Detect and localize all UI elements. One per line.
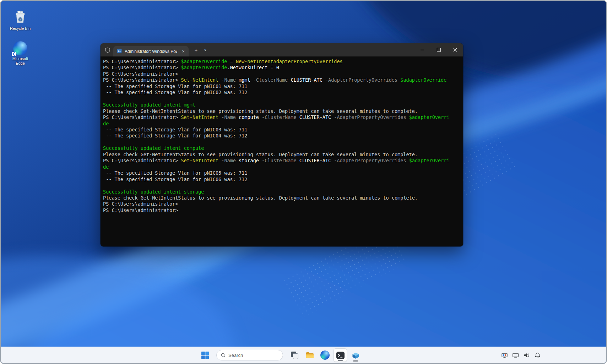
terminal-line: PS C:\Users\administrator> $adapterOverr… <box>103 59 463 65</box>
edge-icon <box>13 41 27 55</box>
terminal-output[interactable]: PS C:\Users\administrator> $adapterOverr… <box>101 56 463 246</box>
terminal-button[interactable] <box>334 348 347 362</box>
svg-text:♻: ♻ <box>18 16 23 22</box>
running-indicator <box>338 360 343 361</box>
notification-bell-icon[interactable] <box>534 352 541 359</box>
terminal-line: PS C:\Users\administrator> <box>103 71 463 77</box>
desktop-icon-label: Microsoft Edge <box>9 56 32 66</box>
terminal-line: -- The specified Storage Vlan for pNIC03… <box>103 127 463 133</box>
terminal-line: PS C:\Users\administrator> <box>103 201 463 207</box>
terminal-line: Please check Get-NetIntentStatus to see … <box>103 108 463 114</box>
terminal-line: PS C:\Users\administrator> <box>103 207 463 213</box>
maximize-icon <box>437 48 441 52</box>
terminal-line: -- The specified Storage Vlan for pNIC05… <box>103 170 463 176</box>
terminal-line: PS C:\Users\administrator> Set-NetIntent… <box>103 114 463 120</box>
system-tray <box>501 347 541 363</box>
terminal-line: Successfully updated intent storage <box>103 189 463 195</box>
server-manager-icon <box>351 351 360 360</box>
file-explorer-icon <box>305 351 314 360</box>
tab-title: Administrator: Windows Pow <box>125 49 177 54</box>
task-view-icon <box>291 351 299 359</box>
tray-status-icon[interactable] <box>501 352 508 359</box>
terminal-line: -- The specified Storage Vlan for pNIC02… <box>103 89 463 96</box>
taskbar-center <box>198 347 362 363</box>
volume-icon[interactable] <box>523 352 530 359</box>
terminal-line: Successfully updated intent compute <box>103 145 463 151</box>
terminal-icon <box>336 351 345 360</box>
close-button[interactable] <box>447 43 463 56</box>
windows-start-icon <box>201 352 209 359</box>
new-tab-button[interactable]: + <box>193 47 199 53</box>
maximize-button[interactable] <box>430 43 447 56</box>
minimize-button[interactable] <box>414 43 430 56</box>
desktop-icon-label: Recycle Bin <box>10 26 31 31</box>
task-view-button[interactable] <box>288 348 301 362</box>
terminal-line <box>103 183 463 189</box>
window-controls <box>414 43 463 56</box>
search-input[interactable] <box>228 353 278 358</box>
terminal-line: -- The specified Storage Vlan for pNIC04… <box>103 133 463 139</box>
taskbar-search[interactable] <box>216 350 283 360</box>
terminal-line <box>103 96 463 102</box>
desktop: ♻ Recycle Bin Microsoft Edge Administrat… <box>0 0 607 364</box>
desktop-icon-recycle-bin[interactable]: ♻ Recycle Bin <box>5 10 36 31</box>
terminal-line: Please check Get-NetIntentStatus to see … <box>103 195 463 201</box>
tab-close-icon[interactable]: × <box>180 48 186 55</box>
taskbar <box>1 347 606 363</box>
terminal-tab[interactable]: Administrator: Windows Pow × <box>113 46 189 56</box>
terminal-line <box>103 139 463 145</box>
edge-icon <box>320 351 330 360</box>
tab-dropdown-icon[interactable]: ∨ <box>202 47 208 53</box>
terminal-line: Successfully updated intent mgmt <box>103 102 463 108</box>
close-icon <box>453 48 457 52</box>
running-indicator <box>353 360 358 362</box>
server-manager-button[interactable] <box>349 348 362 362</box>
terminal-line: PS C:\Users\administrator> Set-NetIntent… <box>103 77 463 83</box>
powershell-icon <box>117 48 122 55</box>
minimize-icon <box>421 50 424 50</box>
search-icon <box>221 353 226 358</box>
terminal-titlebar[interactable]: Administrator: Windows Pow × + ∨ <box>101 43 463 56</box>
desktop-icon-microsoft-edge[interactable]: Microsoft Edge <box>5 41 36 66</box>
terminal-line: -- The specified Storage Vlan for pNIC06… <box>103 176 463 183</box>
start-button[interactable] <box>198 348 212 362</box>
recycle-bin-icon: ♻ <box>13 10 27 25</box>
terminal-line: Please check Get-NetIntentStatus to see … <box>103 152 463 158</box>
terminal-line: PS C:\Users\administrator> $adapterOverr… <box>103 65 463 71</box>
admin-shield-icon <box>105 47 110 53</box>
file-explorer-button[interactable] <box>303 348 316 362</box>
terminal-line: de <box>103 164 463 170</box>
terminal-window: Administrator: Windows Pow × + ∨ PS C:\U… <box>101 43 463 246</box>
display-icon[interactable] <box>512 352 519 359</box>
terminal-line: -- The specified Storage Vlan for pNIC01… <box>103 83 463 89</box>
terminal-line: de <box>103 121 463 127</box>
edge-button[interactable] <box>318 348 332 362</box>
shortcut-arrow-icon <box>12 52 16 56</box>
terminal-line: PS C:\Users\administrator> Set-NetIntent… <box>103 158 463 164</box>
